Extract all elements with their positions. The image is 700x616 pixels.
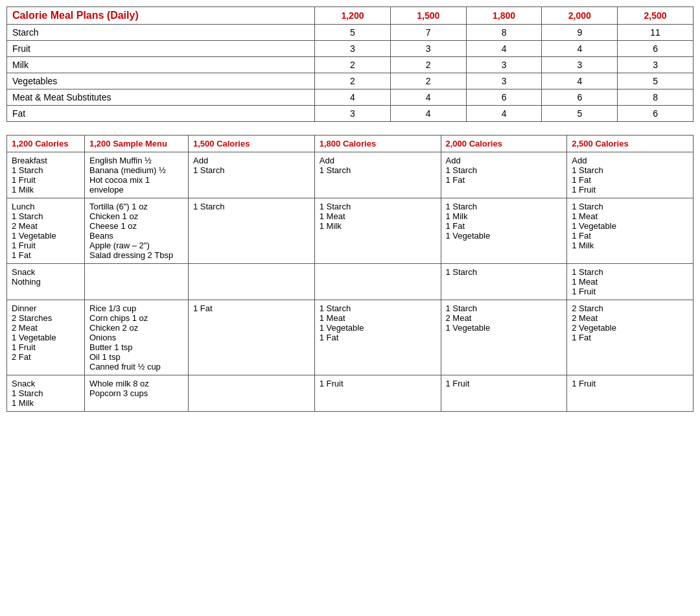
menu-cell-r4-c1: Whole milk 8 ozPopcorn 3 cups — [85, 375, 189, 412]
col-header-1200: 1,200 — [315, 7, 391, 25]
value-cell: 4 — [542, 73, 618, 89]
menu-cell-r3-c1: Rice 1/3 cupCorn chips 1 ozChicken 2 ozO… — [85, 300, 189, 375]
menu-cell-r0-c3: Add1 Starch — [314, 152, 441, 198]
menu-row-2: SnackNothing1 Starch1 Starch1 Meat1 Frui… — [7, 264, 694, 300]
menu-cell-r2-c4: 1 Starch — [441, 264, 567, 300]
col-header-2000: 2,000 — [542, 7, 618, 25]
category-cell: Fruit — [7, 41, 315, 57]
value-cell: 8 — [466, 25, 542, 41]
menu-cell-r0-c0: Breakfast1 Starch1 Fruit1 Milk — [7, 152, 85, 198]
value-cell: 3 — [390, 41, 466, 57]
menu-cell-r1-c1: Tortilla (6") 1 ozChicken 1 ozCheese 1 o… — [85, 198, 189, 264]
menu-col-header-0: 1,200 Calories — [7, 136, 85, 152]
col-header-2500: 2,500 — [618, 7, 694, 25]
menu-cell-r4-c5: 1 Fruit — [567, 375, 694, 412]
menu-cell-r0-c4: Add1 Starch1 Fat — [441, 152, 567, 198]
menu-cell-r1-c0: Lunch1 Starch2 Meat1 Vegetable1 Fruit1 F… — [7, 198, 85, 264]
value-cell: 2 — [315, 57, 391, 73]
menu-cell-r1-c2: 1 Starch — [189, 198, 315, 264]
value-cell: 6 — [466, 89, 542, 106]
menu-cell-r2-c1 — [85, 264, 189, 300]
menu-row-3: Dinner2 Starches2 Meat1 Vegetable1 Fruit… — [7, 300, 694, 375]
sample-menu-table: 1,200 Calories1,200 Sample Menu1,500 Cal… — [6, 135, 694, 412]
menu-cell-r3-c2: 1 Fat — [189, 300, 315, 375]
menu-header-row: 1,200 Calories1,200 Sample Menu1,500 Cal… — [7, 136, 694, 152]
table-title: Calorie Meal Plans (Daily) — [7, 7, 315, 25]
value-cell: 4 — [542, 41, 618, 57]
menu-cell-r4-c3: 1 Fruit — [314, 375, 441, 412]
value-cell: 7 — [390, 25, 466, 41]
menu-col-header-4: 2,000 Calories — [441, 136, 567, 152]
menu-col-header-2: 1,500 Calories — [189, 136, 315, 152]
menu-cell-r2-c0: SnackNothing — [7, 264, 85, 300]
value-cell: 4 — [466, 106, 542, 122]
value-cell: 6 — [618, 106, 694, 122]
table-row: Fat34456 — [7, 106, 694, 122]
menu-row-0: Breakfast1 Starch1 Fruit1 MilkEnglish Mu… — [7, 152, 694, 198]
value-cell: 2 — [315, 73, 391, 89]
value-cell: 5 — [618, 73, 694, 89]
menu-col-header-5: 2,500 Calories — [567, 136, 694, 152]
menu-cell-r3-c5: 2 Starch2 Meat2 Vegetable1 Fat — [567, 300, 694, 375]
menu-cell-r2-c5: 1 Starch1 Meat1 Fruit — [567, 264, 694, 300]
value-cell: 5 — [542, 106, 618, 122]
value-cell: 11 — [618, 25, 694, 41]
menu-row-1: Lunch1 Starch2 Meat1 Vegetable1 Fruit1 F… — [7, 198, 694, 264]
menu-cell-r2-c2 — [189, 264, 315, 300]
value-cell: 5 — [315, 25, 391, 41]
value-cell: 3 — [315, 106, 391, 122]
menu-cell-r1-c5: 1 Starch1 Meat1 Vegetable1 Fat1 Milk — [567, 198, 694, 264]
value-cell: 3 — [542, 57, 618, 73]
col-header-1800: 1,800 — [466, 7, 542, 25]
value-cell: 2 — [390, 73, 466, 89]
value-cell: 8 — [618, 89, 694, 106]
menu-cell-r0-c5: Add1 Starch1 Fat1 Fruit — [567, 152, 694, 198]
category-cell: Fat — [7, 106, 315, 122]
value-cell: 4 — [466, 41, 542, 57]
calorie-meal-plans-table: Calorie Meal Plans (Daily) 1,200 1,500 1… — [6, 6, 694, 122]
table-row: Starch578911 — [7, 25, 694, 41]
category-cell: Milk — [7, 57, 315, 73]
menu-col-header-1: 1,200 Sample Menu — [85, 136, 189, 152]
menu-cell-r4-c2 — [189, 375, 315, 412]
value-cell: 3 — [466, 73, 542, 89]
menu-cell-r1-c4: 1 Starch1 Milk1 Fat1 Vegetable — [441, 198, 567, 264]
table-header-row: Calorie Meal Plans (Daily) 1,200 1,500 1… — [7, 7, 694, 25]
col-header-1500: 1,500 — [390, 7, 466, 25]
value-cell: 6 — [542, 89, 618, 106]
table-row: Vegetables22345 — [7, 73, 694, 89]
value-cell: 3 — [466, 57, 542, 73]
menu-cell-r3-c0: Dinner2 Starches2 Meat1 Vegetable1 Fruit… — [7, 300, 85, 375]
value-cell: 4 — [315, 89, 391, 106]
value-cell: 3 — [618, 57, 694, 73]
menu-cell-r4-c0: Snack1 Starch1 Milk — [7, 375, 85, 412]
value-cell: 3 — [315, 41, 391, 57]
value-cell: 2 — [390, 57, 466, 73]
menu-cell-r4-c4: 1 Fruit — [441, 375, 567, 412]
menu-cell-r0-c2: Add1 Starch — [189, 152, 315, 198]
category-cell: Meat & Meat Substitutes — [7, 89, 315, 106]
menu-cell-r2-c3 — [314, 264, 441, 300]
value-cell: 4 — [390, 106, 466, 122]
menu-cell-r0-c1: English Muffin ½Banana (medium) ½Hot coc… — [85, 152, 189, 198]
menu-cell-r3-c3: 1 Starch1 Meat1 Vegetable1 Fat — [314, 300, 441, 375]
menu-cell-r3-c4: 1 Starch2 Meat1 Vegetable — [441, 300, 567, 375]
category-cell: Starch — [7, 25, 315, 41]
table-row: Meat & Meat Substitutes44668 — [7, 89, 694, 106]
category-cell: Vegetables — [7, 73, 315, 89]
menu-cell-r1-c3: 1 Starch1 Meat1 Milk — [314, 198, 441, 264]
value-cell: 6 — [618, 41, 694, 57]
table-row: Milk22333 — [7, 57, 694, 73]
menu-row-4: Snack1 Starch1 MilkWhole milk 8 ozPopcor… — [7, 375, 694, 412]
menu-col-header-3: 1,800 Calories — [314, 136, 441, 152]
table-row: Fruit33446 — [7, 41, 694, 57]
value-cell: 9 — [542, 25, 618, 41]
value-cell: 4 — [390, 89, 466, 106]
